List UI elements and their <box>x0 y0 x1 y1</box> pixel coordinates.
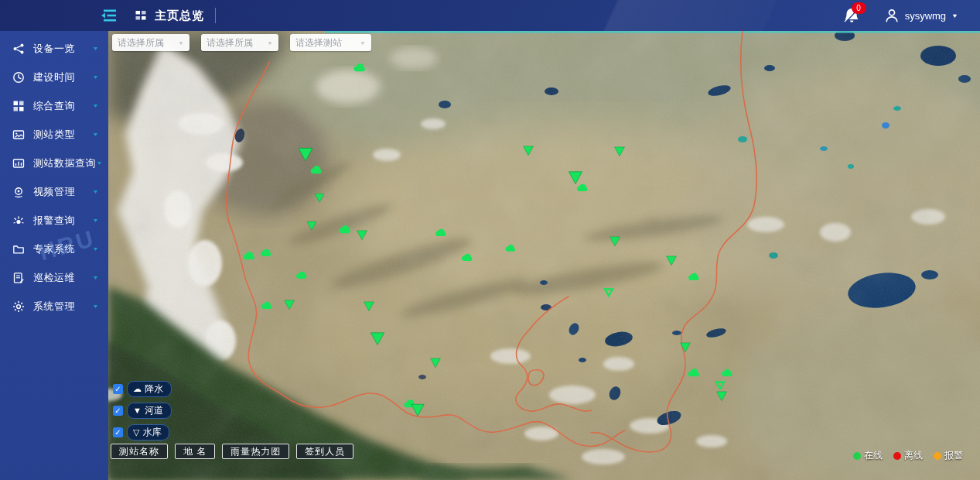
station-select[interactable]: 请选择测站 ▼ <box>290 34 371 51</box>
sidebar-item-inspection-ops[interactable]: 巡检运维 ▼ <box>0 263 108 292</box>
user-menu[interactable]: sysywmg ▼ <box>884 8 958 23</box>
region-select-1[interactable]: 请选择所属 ▼ <box>112 34 190 51</box>
sidebar-item-label: 建设时间 <box>33 70 75 84</box>
station-marker-river[interactable] <box>430 357 442 369</box>
chevron-down-icon: ▼ <box>360 39 366 45</box>
layer-toggle-panel: ☁ 降水 ▼ 河道 ▽ 水库 <box>113 381 172 441</box>
station-type-icon <box>12 128 26 141</box>
legend-label: 在线 <box>864 449 883 462</box>
station-marker-reservoir[interactable] <box>603 286 614 297</box>
station-marker-river[interactable] <box>680 341 691 353</box>
sidebar-item-label: 巡检运维 <box>33 271 75 285</box>
sidebar-item-expert-system[interactable]: 专家系统 ▼ <box>0 235 108 263</box>
sidebar-item-comprehensive-query[interactable]: 综合查询 ▼ <box>0 91 108 120</box>
checkin-personnel-button[interactable]: 签到人员 <box>296 444 353 459</box>
chevron-down-icon: ▼ <box>92 74 99 81</box>
select-placeholder: 请选择所属 <box>118 36 164 50</box>
station-marker-rain[interactable] <box>505 244 517 252</box>
map-button-row: 测站名称 地 名 雨量热力图 签到人员 <box>111 444 353 459</box>
layer-label: 水库 <box>142 426 161 439</box>
map-canvas[interactable]: 请选择所属 ▼ 请选择所属 ▼ 请选择测站 ▼ ☁ 降水 ▼ 河道 <box>108 31 980 480</box>
station-marker-rain[interactable] <box>721 368 733 377</box>
legend-label: 离线 <box>904 449 923 462</box>
chevron-down-icon: ▼ <box>267 39 273 45</box>
grid-icon <box>12 99 26 112</box>
sidebar-item-station-data-query[interactable]: 测站数据查询 ▼ <box>0 149 108 177</box>
station-marker-rain[interactable] <box>338 225 351 235</box>
triangle-filled-icon: ▼ <box>133 406 142 415</box>
sidebar-item-system-management[interactable]: 系统管理 ▼ <box>0 292 108 321</box>
station-marker-rain[interactable] <box>260 248 272 257</box>
station-marker-river[interactable] <box>666 255 678 266</box>
checkbox[interactable] <box>113 384 123 394</box>
marker-layer <box>108 31 980 480</box>
sidebar-collapse-icon[interactable] <box>101 8 118 23</box>
notification-bell-icon[interactable]: 0 <box>842 6 861 25</box>
station-marker-river[interactable] <box>364 300 375 312</box>
station-marker-river[interactable] <box>298 146 314 162</box>
station-marker-rain[interactable] <box>309 165 323 175</box>
chevron-down-icon: ▼ <box>178 39 184 45</box>
sidebar-item-alarm-query[interactable]: 报警查询 ▼ <box>0 206 108 235</box>
station-marker-river[interactable] <box>370 331 385 346</box>
sidebar-item-device-overview[interactable]: 设备一览 ▼ <box>0 34 108 63</box>
station-marker-river[interactable] <box>610 235 621 247</box>
station-marker-rain[interactable] <box>261 300 273 310</box>
share-nodes-icon <box>12 42 26 55</box>
status-legend: 在线 离线 报警 <box>853 449 963 462</box>
sidebar-item-video-management[interactable]: 视频管理 ▼ <box>0 177 108 206</box>
legend-online: 在线 <box>853 449 883 462</box>
chevron-down-icon: ▼ <box>92 46 99 52</box>
region-select-2[interactable]: 请选择所属 ▼ <box>201 34 278 51</box>
station-marker-rain[interactable] <box>688 272 700 281</box>
folder-icon <box>12 242 26 255</box>
chevron-down-icon: ▼ <box>92 303 99 310</box>
place-name-button[interactable]: 地 名 <box>175 444 215 459</box>
map-filter-row: 请选择所属 ▼ 请选择所属 ▼ 请选择测站 ▼ <box>112 34 371 51</box>
station-marker-rain[interactable] <box>461 252 473 262</box>
layer-label: 降水 <box>145 382 163 396</box>
sidebar-item-label: 报警查询 <box>33 214 75 228</box>
video-camera-icon <box>12 185 26 198</box>
chevron-down-icon: ▼ <box>96 160 103 166</box>
station-marker-river[interactable] <box>357 229 368 241</box>
station-marker-rain[interactable] <box>242 251 255 261</box>
chevron-down-icon: ▼ <box>92 132 99 138</box>
checkbox[interactable] <box>113 406 123 416</box>
station-marker-river[interactable] <box>411 403 425 417</box>
station-marker-rain[interactable] <box>353 63 366 73</box>
online-dot <box>853 452 861 460</box>
layer-toggle-river[interactable]: ▼ 河道 <box>113 403 172 419</box>
station-data-icon <box>12 156 26 170</box>
station-marker-river[interactable] <box>523 145 534 156</box>
sidebar-item-construction-time[interactable]: 建设时间 ▼ <box>0 63 108 91</box>
rain-heatmap-button[interactable]: 雨量热力图 <box>222 444 289 459</box>
station-marker-river[interactable] <box>306 220 317 231</box>
sidebar-item-station-type[interactable]: 测站类型 ▼ <box>0 120 108 149</box>
sidebar-item-label: 综合查询 <box>33 99 75 113</box>
station-marker-rain[interactable] <box>687 368 700 378</box>
legend-label: 报警 <box>944 449 963 462</box>
station-name-button[interactable]: 测站名称 <box>111 444 168 459</box>
legend-alarm: 报警 <box>934 449 963 462</box>
layer-toggle-reservoir[interactable]: ▽ 水库 <box>113 424 172 441</box>
station-marker-reservoir[interactable] <box>715 379 726 390</box>
station-marker-river[interactable] <box>716 390 728 402</box>
station-marker-river[interactable] <box>314 192 325 203</box>
station-marker-rain[interactable] <box>295 270 308 279</box>
inspection-icon <box>12 271 26 284</box>
sidebar-item-label: 系统管理 <box>33 300 75 314</box>
station-marker-river[interactable] <box>614 146 626 157</box>
layer-toggle-precipitation[interactable]: ☁ 降水 <box>113 381 172 397</box>
station-marker-river[interactable] <box>284 299 295 310</box>
username-label: sysywmg <box>905 10 946 22</box>
station-marker-rain[interactable] <box>435 228 447 237</box>
station-marker-rain[interactable] <box>576 183 589 192</box>
checkbox[interactable] <box>113 427 123 437</box>
layer-label: 河道 <box>145 404 163 417</box>
page-title: 主页总览 <box>155 9 204 23</box>
chevron-down-icon: ▼ <box>92 189 99 195</box>
gear-icon <box>12 300 26 313</box>
user-caret-icon: ▼ <box>951 12 958 19</box>
sidebar-nav: 设备一览 ▼ 建设时间 ▼ 综合查询 ▼ 测站类型 ▼ <box>0 31 108 480</box>
